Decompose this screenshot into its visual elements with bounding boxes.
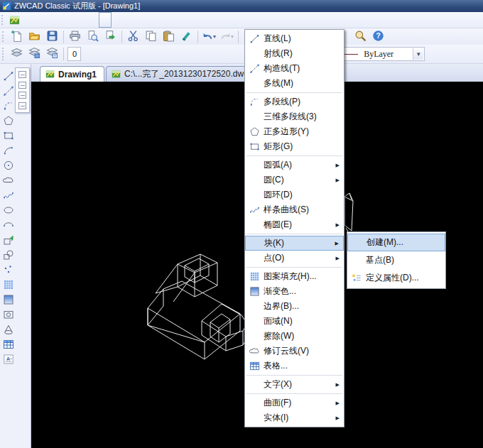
print-button[interactable]	[66, 29, 84, 45]
menubar-item[interactable]	[60, 12, 73, 28]
menubar-item[interactable]	[150, 12, 163, 28]
gradient-button[interactable]	[1, 292, 16, 307]
arc-button[interactable]	[1, 143, 16, 158]
menubar-item[interactable]	[163, 12, 175, 28]
menu-item[interactable]: 圆弧(A)	[245, 158, 344, 173]
menu-item[interactable]: 样条曲线(S)	[245, 202, 344, 217]
submenu-item[interactable]: 基点(B)	[347, 251, 445, 269]
ellipse-icon	[3, 204, 14, 216]
menubar-item[interactable]	[124, 12, 137, 28]
open-button[interactable]	[26, 29, 43, 45]
table-icon	[245, 361, 264, 371]
menu-item[interactable]: 三维多段线(3)	[245, 109, 344, 124]
revision-cloud-button[interactable]	[1, 173, 16, 187]
undo-button[interactable]: ▼	[200, 29, 218, 45]
layer-properties-button[interactable]	[8, 46, 26, 62]
menu-item[interactable]: 多段线(P)	[245, 94, 344, 109]
print-preview-button[interactable]	[84, 29, 102, 45]
tab-opened-file[interactable]: C:\...完了_20131230172520.dwg	[106, 66, 256, 82]
make-block-icon	[3, 249, 14, 261]
insert-block-button[interactable]	[1, 232, 16, 247]
new-button[interactable]	[8, 29, 26, 45]
point-button[interactable]	[1, 262, 16, 277]
menu-item[interactable]: 渐变色...	[245, 284, 344, 299]
rectangle-button[interactable]	[1, 128, 16, 143]
polygon-button[interactable]	[1, 113, 16, 128]
cut-button[interactable]	[124, 29, 142, 45]
tool-icon[interactable]	[18, 92, 26, 99]
menubar-item[interactable]	[35, 12, 48, 28]
menu-item[interactable]: 矩形(G)	[245, 139, 344, 154]
menu-item[interactable]: 图案填充(H)...	[245, 269, 344, 284]
menu-item[interactable]: 构造线(T)	[245, 61, 344, 76]
zoom-realtime-button[interactable]	[352, 29, 369, 45]
submenu-item[interactable]: 创建(M)...	[347, 234, 445, 251]
menu-item[interactable]: 修订云线(V)	[245, 344, 344, 359]
menu-item[interactable]: 实体(I)	[245, 410, 344, 425]
layer-previous-button[interactable]	[43, 46, 61, 62]
polyline-button[interactable]	[1, 98, 16, 113]
menubar-item[interactable]	[73, 12, 86, 28]
ellipse-arc-icon	[3, 219, 14, 231]
toolbar-grip[interactable]	[2, 31, 6, 42]
tool-icon[interactable]	[18, 102, 26, 109]
mtext-button[interactable]: A	[1, 351, 16, 366]
docked-vertical-toolbar[interactable]	[15, 67, 30, 113]
menubar-item[interactable]	[86, 12, 99, 28]
construction-line-button[interactable]	[1, 83, 16, 98]
menu-item[interactable]: 射线(R)	[245, 46, 344, 61]
redo-button[interactable]: ▼	[218, 29, 236, 45]
region-button[interactable]	[1, 307, 16, 322]
save-button[interactable]	[43, 29, 61, 45]
toolbar-separator	[197, 31, 198, 43]
spline-button[interactable]	[1, 187, 16, 202]
submenu-item[interactable]: 定义属性(D)...	[347, 269, 445, 287]
menu-item[interactable]: 正多边形(Y)	[245, 124, 344, 139]
menubar-item[interactable]	[112, 12, 124, 28]
tab-drawing1[interactable]: Drawing1	[40, 66, 104, 82]
menu-item[interactable]: 边界(B)...	[245, 299, 344, 314]
menu-item[interactable]: 椭圆(E)	[245, 217, 344, 232]
menu-item[interactable]: 块(K)	[245, 236, 344, 251]
copy-button[interactable]	[142, 29, 160, 45]
dropdown-caret-icon[interactable]: ▼	[212, 34, 217, 39]
menu-item[interactable]: 文字(X)	[245, 377, 344, 392]
define-attribute-icon	[347, 273, 366, 283]
polyline-icon	[3, 100, 14, 111]
toolbar-grip[interactable]	[1, 15, 5, 25]
table-button[interactable]	[1, 337, 16, 351]
menubar-item[interactable]	[99, 12, 112, 28]
plot-button[interactable]	[102, 29, 119, 45]
menu-item[interactable]: 点(O)	[245, 251, 344, 266]
ellipse-button[interactable]	[1, 202, 16, 217]
match-properties-button[interactable]	[178, 29, 195, 45]
hatch-button[interactable]	[1, 277, 16, 292]
menu-item[interactable]: 面域(N)	[245, 314, 344, 329]
menu-item[interactable]: 圆(C)	[245, 173, 344, 187]
menu-item[interactable]: 直线(L)	[245, 31, 344, 46]
tool-icon[interactable]	[18, 71, 26, 78]
window-title: ZWCAD Classic 试用版 - [Drawing1]	[14, 1, 140, 11]
line-button[interactable]	[1, 68, 16, 83]
toolbar-grip[interactable]	[2, 48, 6, 60]
menubar-item[interactable]	[22, 12, 35, 28]
circle-button[interactable]	[1, 158, 16, 173]
help-button[interactable]: ?	[369, 29, 387, 45]
tool-icon[interactable]	[18, 82, 26, 89]
dropdown-caret-icon[interactable]: ▼	[230, 34, 235, 39]
make-block-button[interactable]	[1, 247, 16, 262]
ellipse-arc-button[interactable]	[1, 217, 16, 232]
menu-item[interactable]: 表格...	[245, 359, 344, 373]
menu-item[interactable]: 多线(M)	[245, 76, 344, 91]
menubar-item[interactable]	[48, 12, 60, 28]
linetype-value: ByLayer	[364, 49, 394, 60]
cone-button[interactable]	[1, 322, 16, 337]
paste-button[interactable]	[160, 29, 178, 45]
menubar-item[interactable]	[137, 12, 150, 28]
menu-item[interactable]: 曲面(F)	[245, 395, 344, 410]
layer-combo[interactable]: 0	[67, 47, 81, 61]
linetype-combo-arrow[interactable]: ▼	[413, 48, 423, 60]
menu-item[interactable]: 擦除(W)	[245, 329, 344, 344]
layer-manager-button[interactable]	[26, 46, 43, 62]
menu-item[interactable]: 圆环(D)	[245, 187, 344, 202]
